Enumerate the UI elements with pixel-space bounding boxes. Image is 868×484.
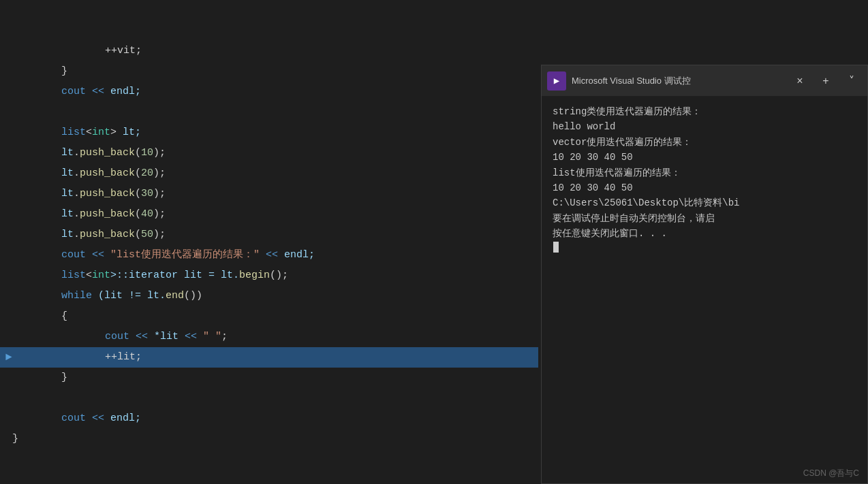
terminal-cursor [553, 242, 559, 253]
terminal-line: string类使用迭代器遍历的结果： [553, 104, 856, 119]
code-line: } [0, 61, 538, 82]
line-text: } [12, 429, 18, 449]
line-text: } [12, 61, 67, 82]
code-line: list<int>::iterator lit = lt.begin(); [0, 265, 538, 286]
code-line: cout << *lit << " "; [0, 327, 538, 347]
code-line: { [0, 306, 538, 327]
code-line: } [0, 368, 538, 388]
code-line: cout << endl; [0, 408, 538, 429]
terminal-cursor-line [553, 242, 856, 253]
line-text: lt.push_back(50); [12, 225, 166, 245]
line-text: lt.push_back(20); [12, 163, 166, 184]
code-line [0, 388, 538, 408]
terminal-line: list使用迭代器遍历的结果： [553, 165, 856, 180]
code-line: ++vit; [0, 41, 538, 61]
code-editor: ++vit;}cout << endl;list<int> lt;lt.push… [0, 0, 538, 484]
watermark: CSDN @吾与C [803, 468, 859, 479]
terminal-icon: ▶ [547, 71, 566, 91]
code-line: lt.push_back(10); [0, 143, 538, 163]
line-text: lt.push_back(30); [12, 184, 166, 204]
code-line: lt.push_back(30); [0, 184, 538, 204]
code-line: } [0, 429, 538, 449]
line-text: while (lit != lt.end()) [12, 286, 202, 306]
terminal-dropdown-button[interactable]: ˅ [841, 71, 862, 91]
line-text: cout << *lit << " "; [12, 327, 228, 347]
code-line: while (lit != lt.end()) [0, 286, 538, 306]
code-line: cout << endl; [0, 82, 538, 102]
line-text: } [12, 368, 67, 388]
code-line [0, 102, 538, 123]
terminal-titlebar: ▶ Microsoft Visual Studio 调试控 × + ˅ [542, 65, 867, 96]
terminal-line: 10 20 30 40 50 [553, 150, 856, 165]
code-line: cout << "list使用迭代器遍历的结果：" << endl; [0, 245, 538, 265]
terminal-title: Microsoft Visual Studio 调试控 [572, 75, 784, 87]
line-text: { [12, 306, 67, 327]
terminal-icon-symbol: ▶ [554, 75, 559, 86]
line-text: cout << "list使用迭代器遍历的结果：" << endl; [12, 245, 315, 265]
terminal-line: 要在调试停止时自动关闭控制台，请启 [553, 211, 856, 226]
terminal-close-button[interactable]: × [790, 71, 810, 91]
line-text: list<int>::iterator lit = lt.begin(); [12, 265, 288, 286]
code-line: list<int> lt; [0, 123, 538, 143]
line-indicator: ► [5, 347, 11, 368]
terminal-line: C:\Users\25061\Desktop\比特资料\bi [553, 195, 856, 210]
line-text: list<int> lt; [12, 123, 141, 143]
terminal-new-tab-button[interactable]: + [816, 71, 836, 91]
terminal-line: 按任意键关闭此窗口. . . [553, 226, 856, 241]
terminal-line: 10 20 30 40 50 [553, 180, 856, 195]
code-content: ++vit;}cout << endl;list<int> lt;lt.push… [0, 0, 538, 449]
line-text: lt.push_back(10); [12, 143, 166, 163]
terminal-output: string类使用迭代器遍历的结果：hello worldvector使用迭代器… [542, 96, 867, 483]
code-line: ►++lit; [0, 347, 538, 368]
line-text: lt.push_back(40); [12, 204, 166, 225]
terminal-panel: ▶ Microsoft Visual Studio 调试控 × + ˅ stri… [541, 65, 868, 484]
line-text: ++vit; [12, 41, 142, 61]
line-text: cout << endl; [12, 408, 141, 429]
terminal-line: hello world [553, 119, 856, 134]
terminal-line: vector使用迭代器遍历的结果： [553, 135, 856, 150]
line-text: ++lit; [12, 347, 142, 368]
code-line: lt.push_back(50); [0, 225, 538, 245]
code-line: lt.push_back(20); [0, 163, 538, 184]
code-line: lt.push_back(40); [0, 204, 538, 225]
line-text: cout << endl; [12, 82, 141, 102]
